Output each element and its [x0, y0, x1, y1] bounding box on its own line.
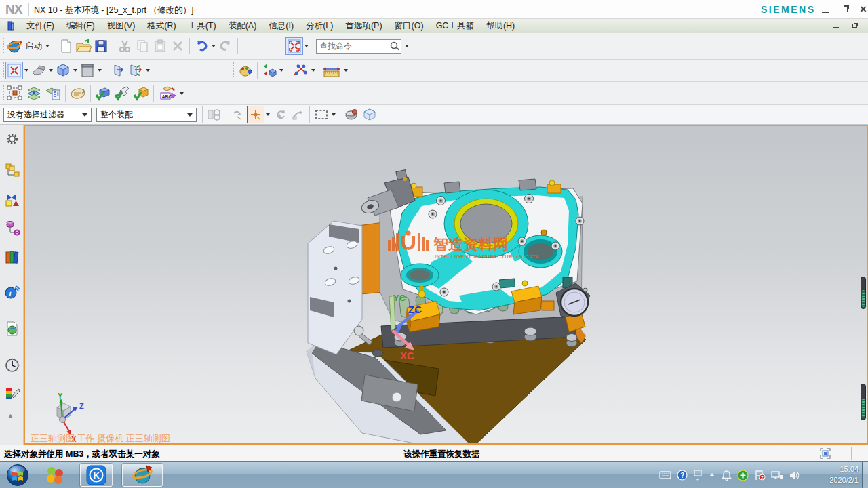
tray-bell-icon[interactable] — [722, 470, 732, 481]
menu-analysis[interactable]: 分析(L) — [300, 19, 339, 33]
visual-style-icon[interactable] — [79, 62, 96, 79]
selection-filter-combo[interactable]: 没有选择过滤器 — [3, 108, 92, 122]
work-section-icon[interactable] — [361, 106, 378, 123]
start-button[interactable]: 启动 — [25, 41, 42, 52]
tray-network-icon[interactable] — [771, 470, 783, 481]
open-icon[interactable] — [75, 37, 92, 55]
undo-caret-icon[interactable] — [212, 45, 216, 47]
style-caret-icon[interactable] — [98, 69, 102, 72]
tray-action-center-icon[interactable] — [754, 470, 766, 481]
check-block-icon[interactable] — [94, 85, 113, 102]
save-icon[interactable] — [92, 37, 110, 55]
constraint-navigator-icon[interactable] — [3, 190, 21, 208]
history-clock-icon[interactable] — [3, 357, 21, 374]
fit-caret-icon[interactable] — [24, 69, 28, 72]
menu-file[interactable]: 文件(F) — [20, 19, 60, 33]
fit-view-icon[interactable] — [5, 62, 23, 79]
clip-region-icon[interactable] — [819, 447, 831, 462]
history-icon[interactable] — [3, 320, 21, 338]
tray-safe-icon[interactable] — [737, 470, 749, 481]
reuse-library-icon[interactable] — [3, 248, 21, 266]
rect-select-icon[interactable] — [313, 106, 330, 123]
roles-gear-icon[interactable] — [3, 130, 21, 148]
menu-preferences[interactable]: 首选项(P) — [339, 19, 388, 33]
show-desktop-button[interactable] — [862, 462, 868, 488]
undo-icon[interactable] — [193, 37, 210, 55]
check-model-icon[interactable] — [132, 85, 151, 102]
menu-help[interactable]: 帮助(H) — [480, 19, 521, 33]
measure-icon[interactable] — [321, 62, 342, 79]
select-frame-icon[interactable] — [5, 85, 24, 102]
search-icon[interactable] — [389, 40, 401, 52]
tray-volume-icon[interactable] — [789, 470, 800, 481]
start-caret-icon[interactable] — [45, 45, 50, 47]
tray-keyboard-icon[interactable] — [659, 470, 671, 480]
tray-help-icon[interactable]: ? — [677, 470, 688, 481]
taskbar-clock[interactable]: 15:04 2020/2/1 — [829, 464, 859, 485]
move-component-icon[interactable] — [260, 62, 278, 79]
start-globe-icon[interactable] — [5, 37, 23, 55]
doc-restore-icon[interactable] — [847, 20, 862, 30]
tray-expand-icon[interactable] — [708, 471, 716, 479]
search-input[interactable] — [317, 41, 389, 51]
fit-view-icon[interactable] — [285, 37, 303, 55]
abc-caret-icon[interactable] — [180, 92, 184, 95]
model-view[interactable]: YC ZC XC 智造资料网 INTELLIGENT MANUFACTURING… — [25, 126, 867, 443]
scrollbar-thumb[interactable] — [861, 384, 866, 420]
constraints-caret-icon[interactable] — [311, 69, 315, 72]
scope-combo[interactable]: 整个装配 — [96, 108, 197, 122]
snap-point-icon[interactable] — [247, 106, 264, 123]
menu-assemblies[interactable]: 装配(A) — [222, 19, 263, 33]
assembly-constraints-icon[interactable] — [291, 62, 310, 79]
snap-caret-icon[interactable] — [266, 113, 270, 116]
check-tool-icon[interactable] — [113, 85, 132, 102]
k-app-icon[interactable]: K — [80, 464, 113, 487]
doc-close-icon[interactable]: × — [865, 20, 868, 30]
restore-icon[interactable] — [837, 3, 852, 16]
abc-edit-icon[interactable]: ABC — [157, 85, 178, 102]
scrollbar-thumb[interactable] — [861, 277, 866, 309]
clip-caret-icon[interactable] — [146, 69, 150, 72]
clip-section-alt-icon[interactable] — [127, 62, 144, 79]
orient-view-icon[interactable] — [30, 62, 47, 79]
layer-settings-icon[interactable] — [24, 85, 43, 102]
layer-list-icon[interactable] — [43, 85, 62, 102]
tray-window-icon[interactable] — [693, 470, 703, 481]
menu-format[interactable]: 格式(R) — [141, 19, 182, 33]
close-icon[interactable]: × — [856, 3, 868, 16]
menu-gc-toolbox[interactable]: GC工具箱 — [430, 19, 480, 33]
measure-caret-icon[interactable] — [344, 69, 348, 72]
rect-select-caret-icon[interactable] — [332, 113, 336, 116]
assembly-navigator-icon[interactable] — [3, 161, 21, 179]
utility-toolbar: ABC — [0, 82, 868, 105]
nx-app-icon[interactable] — [122, 464, 163, 487]
shaded-caret-icon[interactable] — [73, 69, 77, 72]
menu-window[interactable]: 窗口(O) — [389, 19, 430, 33]
fit-caret-icon[interactable] — [304, 45, 309, 47]
menu-information[interactable]: 信息(I) — [262, 19, 300, 33]
menu-view[interactable]: 视图(V) — [101, 19, 142, 33]
clip-section-icon[interactable] — [109, 62, 127, 79]
doc-minimize-icon[interactable] — [829, 20, 844, 30]
web-browser-icon[interactable]: i — [3, 283, 21, 301]
find-caret-icon[interactable] — [405, 45, 409, 47]
annotation-note-icon[interactable] — [68, 85, 87, 102]
orient-caret-icon[interactable] — [49, 69, 53, 72]
watermark-subtitle: INTELLIGENT MANUFACTURING DATA — [435, 253, 539, 260]
true-shading-icon[interactable] — [235, 62, 254, 79]
move-caret-icon[interactable] — [279, 69, 283, 72]
minimize-icon[interactable] — [818, 3, 833, 16]
find-command-box[interactable] — [316, 39, 401, 54]
collapse-arrow-icon[interactable]: ▲ — [7, 412, 14, 419]
render-sphere-icon[interactable] — [343, 106, 361, 123]
menu-tools[interactable]: 工具(T) — [182, 19, 222, 33]
menu-edit[interactable]: 编辑(E) — [60, 19, 101, 33]
shaded-view-icon[interactable] — [54, 62, 72, 79]
delete-icon — [169, 37, 186, 55]
new-part-icon[interactable] — [57, 37, 75, 55]
part-navigator-icon[interactable] — [3, 219, 21, 237]
color-dots-app-icon[interactable] — [41, 464, 69, 487]
graphics-window[interactable]: YC ZC XC 智造资料网 INTELLIGENT MANUFACTURING… — [24, 125, 868, 445]
visualization-icon[interactable] — [3, 385, 21, 403]
windows-start-icon[interactable] — [4, 464, 31, 487]
